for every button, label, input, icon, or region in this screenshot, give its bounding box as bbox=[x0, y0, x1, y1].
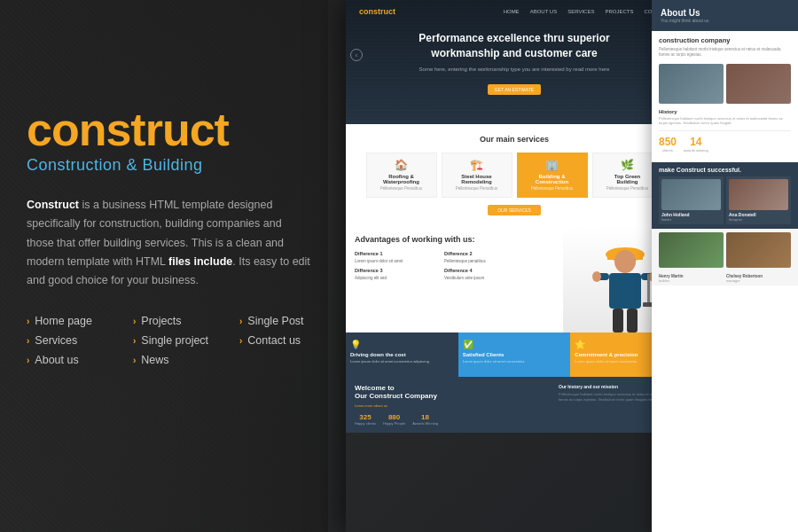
right-panel: About Us You might think about us constr… bbox=[652, 0, 798, 532]
cost-icon: 💡 bbox=[350, 340, 454, 349]
nav-news[interactable]: › News bbox=[133, 354, 239, 366]
right-team-section: make Construct successful. John Holland … bbox=[652, 162, 798, 229]
arrow-icon: › bbox=[27, 317, 29, 326]
arrow-icon: › bbox=[133, 317, 136, 326]
brand-title: construct bbox=[27, 106, 346, 153]
svg-rect-3 bbox=[609, 273, 641, 309]
adv-label-3: Difference 3 bbox=[355, 268, 441, 275]
right-sub: You might think about us bbox=[661, 18, 709, 23]
nav-contact[interactable]: › Contact us bbox=[239, 334, 346, 347]
bottom-card-text-2: Lorem ipsum dolor sit amet consectetur bbox=[463, 359, 567, 364]
right-stats-row: 850 clients 14 awards winning bbox=[659, 136, 791, 153]
team-member-img-1 bbox=[661, 179, 721, 210]
advantages-grid: Difference 1 Lorem ipsum dolor sit amet … bbox=[355, 251, 530, 281]
team-member-2: Ana Donatell designer bbox=[726, 176, 791, 224]
service-card-1: 🏠 Roofing &Waterproofing Pellentesque Pe… bbox=[366, 153, 437, 198]
card-title-4: Top GreenBuilding bbox=[597, 174, 659, 184]
member-role-2: designer bbox=[729, 217, 788, 222]
history-label: History bbox=[659, 109, 791, 114]
adv-text-1: Lorem ipsum dolor sit amet bbox=[355, 259, 441, 264]
nav-projects[interactable]: › Projects bbox=[133, 315, 239, 327]
nav-single-post[interactable]: › Single Post bbox=[239, 315, 346, 327]
adv-text-2: Pellentesque penatibus bbox=[444, 259, 530, 264]
svg-rect-11 bbox=[627, 309, 638, 332]
bottom-card-text-1: Lorem ipsum dolor sit amet consectetur a… bbox=[350, 359, 454, 364]
right-stat-num-1: 850 bbox=[659, 136, 677, 148]
nav-services-label: Services bbox=[35, 334, 77, 347]
right-stat-num-2: 14 bbox=[684, 136, 708, 148]
building-icon: 🏢 bbox=[521, 159, 583, 171]
right-stat-2: 14 awards winning bbox=[684, 136, 708, 153]
bottom-card-title-2: Satisfied Clients bbox=[463, 352, 567, 357]
team-member-1: John Holland leader bbox=[659, 176, 724, 224]
preview-nav-home: HOME bbox=[504, 9, 520, 14]
team-grid: John Holland leader Ana Donatell designe… bbox=[659, 176, 791, 224]
construction-img-2 bbox=[726, 64, 791, 104]
arrow-icon: › bbox=[133, 336, 136, 346]
nav-col-2: › Projects › Single project › News bbox=[133, 315, 239, 366]
right-stat-1: 850 clients bbox=[659, 136, 677, 153]
arrow-icon: › bbox=[133, 356, 136, 365]
right-content: construction company Pellentesque habita… bbox=[652, 31, 798, 162]
bottom-card-cost: 💡 Driving down the cost Lorem ipsum dolo… bbox=[346, 332, 458, 377]
preview-hero-content: Performance excellence thru superiorwork… bbox=[346, 31, 683, 95]
arrow-icon: › bbox=[27, 356, 29, 365]
team-img-henry bbox=[659, 232, 724, 268]
dark-btn[interactable]: Learn more about us bbox=[355, 403, 552, 409]
adv-label-4: Difference 4 bbox=[444, 268, 530, 275]
preview-nav: construct HOME ABOUT US SERVICES PROJECT… bbox=[346, 7, 683, 16]
left-panel: construct Construction & Building Constr… bbox=[27, 106, 346, 366]
preview-cta-button[interactable]: GET AN ESTIMATE bbox=[488, 84, 541, 95]
nav-home-label: Home page bbox=[35, 315, 92, 327]
nav-home-page[interactable]: › Home page bbox=[27, 315, 133, 327]
preview-bottom-cards: 💡 Driving down the cost Lorem ipsum dolo… bbox=[346, 332, 683, 377]
preview-advantages: Advantages of working with us: Differenc… bbox=[346, 226, 683, 332]
adv-label-1: Difference 1 bbox=[355, 251, 441, 258]
team-title: make Construct successful. bbox=[659, 167, 791, 173]
svg-point-6 bbox=[592, 271, 601, 282]
nav-services[interactable]: › Services bbox=[27, 334, 133, 347]
right-section-title: construction company bbox=[659, 36, 791, 44]
nav-col-1: › Home page › Services › About us bbox=[27, 315, 133, 366]
nav-single-project[interactable]: › Single project bbox=[133, 334, 239, 347]
prev-arrow[interactable]: ‹ bbox=[350, 49, 363, 61]
history-text: Pellentesque habitant morbi tristique se… bbox=[659, 116, 791, 126]
arrow-icon: › bbox=[239, 336, 242, 346]
team-img-chelsey bbox=[726, 232, 791, 268]
stat-label-2: Happy People bbox=[383, 421, 405, 426]
card-text-2: Pellentesque Penatibus bbox=[446, 186, 508, 192]
card-text-4: Pellentesque Penatibus bbox=[597, 186, 659, 192]
stat-label-3: Awards Winning bbox=[412, 421, 438, 426]
adv-item-4: Difference 4 Vestibulum ante ipsum bbox=[444, 268, 530, 281]
right-history: History Pellentesque habitant morbi tris… bbox=[659, 109, 791, 126]
nav-about-label: About us bbox=[35, 354, 78, 366]
stat-1: 325 Happy clients bbox=[355, 413, 376, 426]
team-member-img-2 bbox=[729, 179, 788, 210]
dark-title: Welcome toOur Construct Company bbox=[355, 384, 552, 400]
dark-left: Welcome toOur Construct Company Learn mo… bbox=[355, 384, 552, 426]
svg-rect-8 bbox=[647, 274, 650, 305]
preview-hero-sub: Some here, entering the workmanship type… bbox=[346, 66, 683, 72]
nav-about-us[interactable]: › About us bbox=[27, 354, 133, 366]
right-title: About Us bbox=[661, 8, 709, 18]
adv-label-2: Difference 2 bbox=[444, 251, 530, 258]
service-card-2: 🏗️ Steel HouseRemodeling Pellentesque Pe… bbox=[442, 153, 512, 198]
right-stat-label-1: clients bbox=[659, 148, 677, 153]
nav-single-project-label: Single project bbox=[141, 334, 208, 347]
preview-services: Our main services 🏠 Roofing &Waterproofi… bbox=[346, 124, 683, 226]
more-services-button[interactable]: OUR SERVICES bbox=[488, 205, 541, 215]
card-title-1: Roofing &Waterproofing bbox=[371, 174, 433, 184]
stat-3: 18 Awards Winning bbox=[412, 413, 438, 426]
right-section-text: Pellentesque habitant morbi tristique se… bbox=[659, 47, 791, 59]
team-name-bottom-2: Chelsey Robertson manager bbox=[726, 274, 791, 283]
preview-nav-about: ABOUT US bbox=[530, 9, 558, 14]
right-team-names: Henry Martin builder Chelsey Robertson m… bbox=[652, 271, 798, 286]
stat-num-2: 880 bbox=[383, 413, 405, 421]
adv-text-4: Vestibulum ante ipsum bbox=[444, 276, 530, 281]
stat-num-3: 18 bbox=[412, 413, 438, 421]
stat-label-1: Happy clients bbox=[355, 421, 376, 426]
nav-single-post-label: Single Post bbox=[247, 315, 303, 327]
preview-nav-arrows: ‹ › bbox=[350, 49, 678, 61]
description-bold1: Construct bbox=[27, 199, 79, 211]
roofing-icon: 🏠 bbox=[371, 159, 433, 171]
